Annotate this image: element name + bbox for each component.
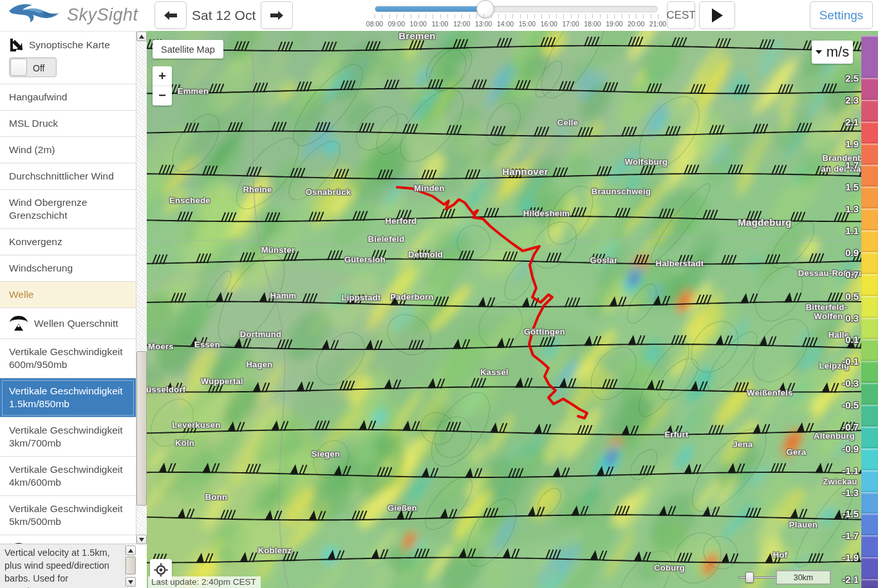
color-scale-segment	[861, 513, 878, 536]
sidebar-item-durchschnittlicher-wind[interactable]: Durchschnittlicher Wind	[0, 163, 136, 190]
scroll-up-icon[interactable]	[136, 32, 147, 41]
opacity-slider-handle[interactable]	[745, 572, 754, 583]
color-scale-segment	[861, 143, 878, 166]
layer-list: Synoptische KarteOffHangaufwindMSL Druck…	[0, 32, 136, 566]
settings-button[interactable]: Settings	[810, 1, 873, 29]
color-scale-value: 1.1	[845, 225, 859, 236]
color-scale-value: -1.1	[842, 464, 859, 475]
color-scale-value: 1.3	[845, 203, 859, 214]
zoom-out-button[interactable]: −	[153, 86, 172, 105]
scroll-up-icon[interactable]	[126, 546, 136, 555]
sidebar-item-label: Hangaufwind	[9, 91, 67, 104]
time-tick-label: 10:00	[410, 20, 427, 28]
sidebar-item-synoptische-karte[interactable]: Synoptische KarteOff	[0, 32, 136, 84]
previous-day-button[interactable]	[154, 1, 187, 29]
skysight-bird-logo	[6, 1, 61, 28]
timezone-button[interactable]: CEST	[667, 1, 695, 29]
color-scale-value: 0.1	[845, 334, 859, 345]
sidebar-item-konvergenz[interactable]: Konvergenz	[0, 229, 136, 255]
color-scale-segment	[861, 78, 878, 100]
color-scale-value: -1.7	[842, 530, 859, 541]
sidebar-item-vertikale-geschwindigkeit-5km-500mb[interactable]: Vertikale Geschwindigkeit 5km/500mb	[0, 496, 136, 535]
description-scrollbar[interactable]	[125, 544, 136, 588]
synoptic-map-icon	[9, 38, 23, 52]
color-scale-segment	[861, 579, 878, 588]
sidebar-item-msl-druck[interactable]: MSL Druck	[0, 111, 136, 137]
forecast-map[interactable]: BremenEmmenCelleWolfsburgHannoverMindenR…	[147, 31, 878, 588]
color-scale-segment	[861, 470, 878, 493]
color-scale-value: 0.3	[845, 312, 859, 323]
satellite-map-button[interactable]: Satellite Map	[153, 40, 223, 59]
weather-overlay	[147, 31, 878, 588]
scroll-down-icon[interactable]	[126, 577, 136, 587]
time-tick-label: 08:00	[366, 20, 383, 28]
top-bar: SkySight Sat 12 Oct 08:0009:0010:0011:00…	[0, 0, 878, 31]
time-slider-labels: 08:0009:0010:0011:0012:0013:0014:0015:00…	[375, 20, 658, 28]
wave-icon	[9, 315, 28, 332]
sidebar-item-vertikale-geschwindigkeit-600m-950mb[interactable]: Vertikale Geschwindigkeit 600m/950mb	[0, 339, 136, 378]
time-tick-label: 18:00	[584, 20, 601, 28]
units-label: m/s	[827, 44, 849, 60]
color-scale-value: 1.7	[845, 160, 859, 170]
arrow-right-icon	[270, 10, 284, 21]
time-tick-label: 11:00	[432, 20, 449, 28]
time-slider-fill	[375, 6, 485, 12]
sidebar-item-label: Wellen Querschnitt	[34, 317, 118, 330]
sidebar-item-vertikale-geschwindigkeit-3km-700mb[interactable]: Vertikale Geschwindigkeit 3km/700mb	[0, 418, 136, 457]
sidebar-item-wind-2m-[interactable]: Wind (2m)	[0, 137, 136, 163]
sidebar-scrollbar[interactable]	[136, 32, 147, 544]
map-zoom-control: + −	[153, 66, 172, 106]
color-scale-segment	[861, 208, 878, 231]
play-icon	[712, 8, 723, 23]
color-scale-segment	[861, 122, 878, 144]
color-scale-value: -0.9	[842, 443, 859, 454]
time-tick-label: 16:00	[541, 20, 557, 28]
color-scale-segment	[861, 492, 878, 515]
layer-sidebar: Synoptische KarteOffHangaufwindMSL Druck…	[0, 31, 147, 588]
sidebar-item-hangaufwind[interactable]: Hangaufwind	[0, 84, 136, 111]
play-button[interactable]	[699, 1, 735, 29]
sidebar-item-label: MSL Druck	[9, 117, 58, 130]
time-slider-track[interactable]	[375, 6, 658, 12]
color-scale-segment	[861, 339, 878, 362]
sidebar-item-label: Konvergenz	[9, 235, 62, 248]
sidebar-item-label: Vertikale Geschwindigkeit 1.5km/850mb	[9, 385, 127, 410]
sidebar-item-label: Wind (2m)	[9, 143, 55, 156]
app-title: SkySight	[67, 5, 138, 25]
color-scale-value: 2.5	[845, 73, 859, 84]
time-slider-area: 08:0009:0010:0011:0012:0013:0014:0015:00…	[368, 0, 666, 31]
zoom-in-button[interactable]: +	[153, 66, 172, 86]
scroll-down-icon[interactable]	[136, 535, 147, 544]
units-dropdown-button[interactable]: m/s	[812, 41, 853, 64]
toggle-state-label: Off	[33, 62, 44, 75]
toggle-knob	[10, 59, 27, 76]
sidebar-item-label: Vertikale Geschwindigkeit 600m/950mb	[9, 345, 127, 371]
time-tick-label: 19:00	[606, 20, 622, 28]
color-scale-value: -1.9	[842, 552, 859, 563]
sidebar-item-wellen-querschnitt[interactable]: Wellen Querschnitt	[0, 308, 136, 339]
velocity-color-scale	[861, 35, 878, 588]
color-scale-value: 2.1	[845, 116, 859, 127]
description-scroll-thumb[interactable]	[126, 556, 136, 574]
map-scale-bar: 30km	[776, 570, 831, 585]
opacity-slider-track[interactable]	[738, 576, 777, 578]
sidebar-item-vertikale-geschwindigkeit-1-5km-850mb[interactable]: Vertikale Geschwindigkeit 1.5km/850mb	[0, 378, 136, 418]
sidebar-item-windscherung[interactable]: Windscherung	[0, 255, 136, 282]
crosshair-icon	[154, 563, 168, 577]
sidebar-item-wind-obergrenze-grenzschicht[interactable]: Wind Obergrenze Grenzschicht	[0, 190, 136, 229]
color-scale-segment	[861, 383, 878, 405]
sidebar-scroll-thumb[interactable]	[136, 351, 147, 506]
color-scale-segment	[861, 100, 878, 122]
color-scale-value: -2.1	[842, 574, 859, 585]
next-day-button[interactable]	[261, 1, 293, 29]
sidebar-item-label: Durchschnittlicher Wind	[9, 170, 114, 183]
sidebar-item-vertikale-geschwindigkeit-4km-600mb[interactable]: Vertikale Geschwindigkeit 4km/600mb	[0, 457, 136, 496]
time-tick-label: 15:00	[519, 20, 536, 28]
sidebar-item-label: Wind Obergrenze Grenzschicht	[9, 196, 127, 222]
color-scale-value: 0.7	[845, 268, 859, 279]
color-scale-segment	[861, 165, 878, 187]
color-scale-segment	[861, 274, 878, 297]
time-tick-label: 14:00	[497, 20, 514, 28]
synoptic-off-toggle[interactable]: Off	[9, 57, 57, 77]
color-scale-value: -1.5	[842, 508, 859, 519]
